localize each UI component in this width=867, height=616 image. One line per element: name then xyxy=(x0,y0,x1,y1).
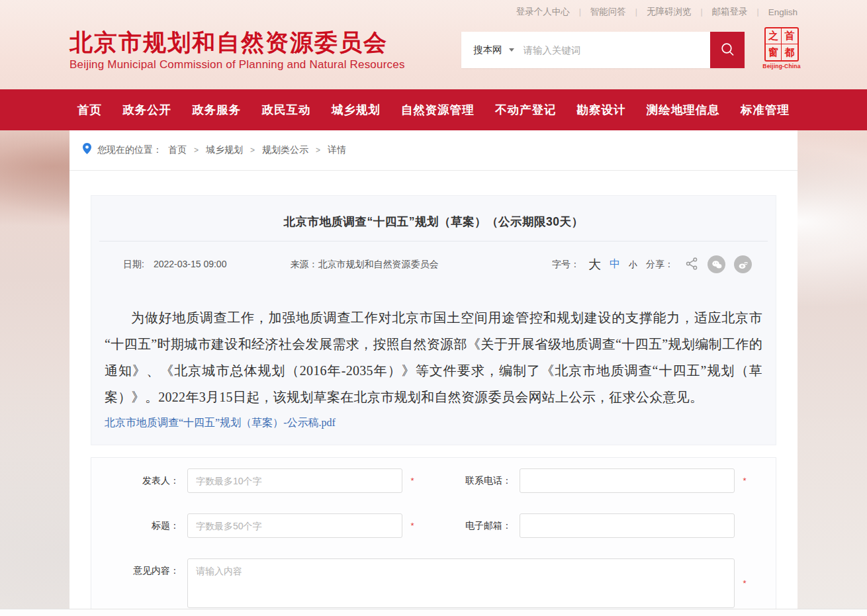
search-icon xyxy=(720,42,735,59)
nav-item-home[interactable]: 首页 xyxy=(77,102,102,118)
topbar-link-login-center[interactable]: 登录个人中心 xyxy=(516,6,570,18)
search-scope-label: 搜本网 xyxy=(473,44,502,56)
phone-field[interactable] xyxy=(520,468,735,493)
fontsize-medium-button[interactable]: 中 xyxy=(610,257,620,271)
location-pin-icon xyxy=(83,143,91,156)
phone-label: 联系电话： xyxy=(422,468,520,493)
seal-characters: 之 首 窗 都 xyxy=(764,27,799,62)
comment-content-label: 意见内容： xyxy=(91,558,187,583)
nav-item-public-interaction[interactable]: 政民互动 xyxy=(261,102,310,118)
main-nav: 首页 政务公开 政务服务 政民互动 城乡规划 自然资源管理 不动产登记 勘察设计… xyxy=(0,89,867,130)
comment-content-field[interactable] xyxy=(187,558,735,608)
breadcrumb-urban-planning[interactable]: 城乡规划 xyxy=(206,144,243,156)
publisher-label: 发表人： xyxy=(91,468,187,493)
topbar-separator: | xyxy=(635,7,637,17)
attachment-pdf-link[interactable]: 北京市地质调查“十四五”规划（草案）-公示稿.pdf xyxy=(105,416,336,430)
weibo-share-icon[interactable] xyxy=(734,255,752,273)
date-value: 2022-03-15 09:00 xyxy=(154,259,227,271)
breadcrumb-home[interactable]: 首页 xyxy=(168,144,187,156)
topbar-separator: | xyxy=(700,7,702,17)
site-header: 北京市规划和自然资源委员会 Beijing Municipal Commissi… xyxy=(69,24,798,89)
publisher-field[interactable] xyxy=(187,468,402,493)
title-field[interactable] xyxy=(187,513,402,538)
seal-char: 窗 xyxy=(766,44,782,60)
breadcrumb-planning-notices[interactable]: 规划类公示 xyxy=(262,144,308,156)
nav-item-survey-design[interactable]: 勘察设计 xyxy=(577,102,626,118)
caret-down-icon xyxy=(509,48,514,52)
nav-item-real-estate-registration[interactable]: 不动产登记 xyxy=(495,102,557,118)
required-asterisk: * xyxy=(402,468,422,493)
topbar-link-smart-qa[interactable]: 智能问答 xyxy=(590,6,626,18)
nav-item-gov-info[interactable]: 政务公开 xyxy=(122,102,171,118)
share-label: 分享： xyxy=(646,259,674,271)
seal-caption: Beijing-China xyxy=(762,63,801,69)
search-input[interactable] xyxy=(524,32,711,68)
source-value: 北京市规划和自然资源委员会 xyxy=(318,259,438,269)
share-nodes-icon[interactable] xyxy=(685,257,699,273)
site-title: 北京市规划和自然资源委员会 xyxy=(69,29,405,56)
seal-char: 都 xyxy=(782,44,798,60)
title-label: 标题： xyxy=(91,513,187,538)
form-row: 意见内容： * xyxy=(91,558,776,608)
email-label: 电子邮箱： xyxy=(422,513,520,538)
breadcrumb: 您现在的位置： 首页 > 城乡规划 > 规划类公示 > 详情 xyxy=(69,130,798,171)
top-bar: 登录个人中心 | 智能问答 | 无障碍浏览 | 邮箱登录 | English xyxy=(69,0,798,24)
fontsize-large-button[interactable]: 大 xyxy=(588,256,601,273)
comment-form: 发表人： * 联系电话： * 标题： * 电子邮箱： 意见内容： * xyxy=(91,457,776,616)
required-asterisk: * xyxy=(735,468,754,493)
wechat-share-icon[interactable] xyxy=(707,255,725,273)
breadcrumb-separator: > xyxy=(316,146,320,155)
topbar-link-mail-login[interactable]: 邮箱登录 xyxy=(712,6,748,18)
topbar-link-english[interactable]: English xyxy=(768,7,798,17)
breadcrumb-separator: > xyxy=(194,146,199,155)
fontsize-label: 字号： xyxy=(552,259,580,271)
seal-char: 之 xyxy=(766,28,782,44)
article-card: 北京市地质调查“十四五”规划（草案）（公示期限30天） 日期: 2022-03-… xyxy=(91,195,776,445)
topbar-separator: | xyxy=(757,7,759,17)
email-field[interactable] xyxy=(520,513,735,538)
form-row: 发表人： * 联系电话： * xyxy=(91,468,776,493)
nav-item-gov-services[interactable]: 政务服务 xyxy=(192,102,241,118)
source-label: 来源： xyxy=(290,259,318,269)
content-container: 您现在的位置： 首页 > 城乡规划 > 规划类公示 > 详情 北京市地质调查“十… xyxy=(69,130,798,616)
date-label: 日期: xyxy=(123,259,144,271)
article-body: 为做好地质调查工作，加强地质调查工作对北京市国土空间用途管控和规划建设的支撑能力… xyxy=(105,304,762,410)
site-logo[interactable]: 北京市规划和自然资源委员会 Beijing Municipal Commissi… xyxy=(69,29,405,71)
breadcrumb-current: 详情 xyxy=(328,144,346,156)
breadcrumb-separator: > xyxy=(250,146,255,155)
nav-item-surveying-mapping[interactable]: 测绘地理信息 xyxy=(647,102,720,118)
search-button[interactable] xyxy=(710,32,745,68)
required-asterisk: * xyxy=(402,513,422,538)
article-title: 北京市地质调查“十四五”规划（草案）（公示期限30天） xyxy=(98,214,769,230)
breadcrumb-prefix: 您现在的位置： xyxy=(97,144,162,156)
nav-item-standards[interactable]: 标准管理 xyxy=(741,102,790,118)
article-meta: 日期: 2022-03-15 09:00 来源：北京市规划和自然资源委员会 字号… xyxy=(98,242,769,273)
nav-item-urban-planning[interactable]: 城乡规划 xyxy=(332,102,381,118)
search-box: 搜本网 xyxy=(461,32,745,68)
fontsize-small-button[interactable]: 小 xyxy=(629,259,637,271)
required-asterisk: * xyxy=(735,578,754,588)
viewport-bottom-strip xyxy=(0,609,867,616)
form-row: 标题： * 电子邮箱： xyxy=(91,513,776,538)
seal-char: 首 xyxy=(782,28,798,44)
topbar-separator: | xyxy=(579,7,581,17)
topbar-link-accessibility[interactable]: 无障碍浏览 xyxy=(647,6,692,18)
capital-window-seal-logo[interactable]: 之 首 窗 都 Beijing-China xyxy=(762,27,801,69)
site-subtitle: Beijing Municipal Commission of Planning… xyxy=(69,58,405,71)
nav-item-natural-resources[interactable]: 自然资源管理 xyxy=(401,102,475,118)
search-scope-dropdown[interactable]: 搜本网 xyxy=(461,44,524,56)
